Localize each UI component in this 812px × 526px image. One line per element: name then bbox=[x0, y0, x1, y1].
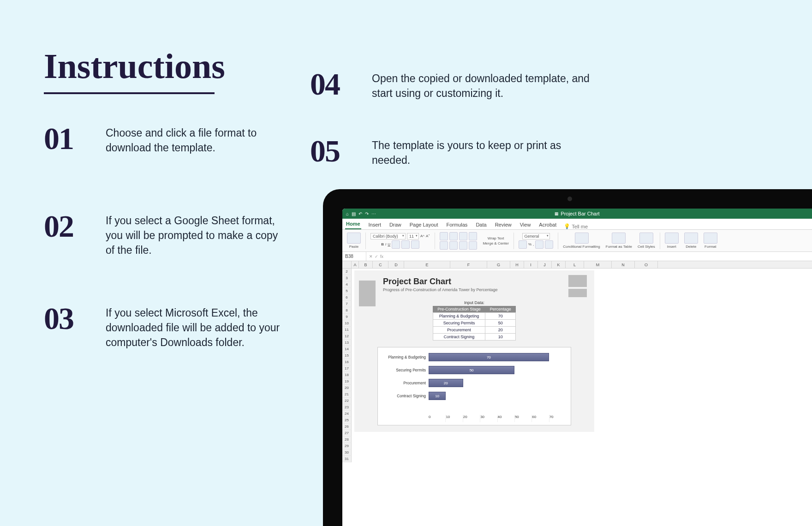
ribbon-tab-data: Data bbox=[475, 220, 487, 229]
row-header: 18 bbox=[342, 372, 352, 378]
col-header: I bbox=[524, 261, 538, 268]
insert-cells-icon bbox=[665, 233, 679, 244]
input-data-table: Pre-Construction StagePercentage Plannin… bbox=[433, 306, 516, 341]
row-header: 16 bbox=[342, 359, 352, 365]
step-text: The template is yours to keep or print a… bbox=[372, 135, 598, 167]
x-tick: 10 bbox=[445, 415, 462, 422]
bar-label: Securing Permits bbox=[380, 368, 426, 372]
comma-icon: , bbox=[533, 242, 534, 246]
merge-center-label: Merge & Center bbox=[483, 241, 508, 245]
format-table-group: Format as Table bbox=[604, 233, 634, 249]
row-header: 29 bbox=[342, 443, 352, 449]
increase-font-icon: A^ bbox=[420, 234, 424, 238]
decrease-font-icon: A˅ bbox=[426, 234, 430, 238]
row-header: 28 bbox=[342, 436, 352, 443]
row-header: 8 bbox=[342, 307, 352, 314]
x-tick: 40 bbox=[497, 415, 514, 422]
quick-access-toolbar: ⌂ ▤ ↶ ↷ ⋯ bbox=[346, 211, 376, 216]
step-number: 01 bbox=[44, 123, 95, 154]
step-text: If you select a Google Sheet format, you… bbox=[106, 210, 281, 258]
bar-label: Procurement bbox=[380, 381, 426, 385]
table-header-stage: Pre-Construction Stage bbox=[433, 306, 485, 313]
align-right-icon bbox=[459, 241, 467, 250]
font-size-select: 11 bbox=[407, 233, 419, 239]
col-header: F bbox=[450, 261, 487, 268]
doc-subtitle: Progress of Pre-Construction of Amerida … bbox=[383, 287, 587, 292]
step-text: If you select Microsoft Excel, the downl… bbox=[106, 303, 281, 350]
column-headers: ABCDEFGHIJKLMNO bbox=[342, 261, 812, 269]
x-axis: 010203040506070 bbox=[429, 415, 566, 422]
save-icon: ▤ bbox=[352, 211, 356, 216]
x-tick: 30 bbox=[480, 415, 497, 422]
row-header: 5 bbox=[342, 288, 352, 294]
font-color-icon bbox=[411, 240, 419, 249]
doc-title: Project Bar Chart bbox=[383, 277, 587, 287]
row-headers: 2345678910111213141516171819202122232425… bbox=[342, 269, 352, 462]
ribbon-tab-formulas: Formulas bbox=[446, 220, 469, 229]
step-number: 03 bbox=[44, 303, 95, 334]
bar-label: Contract Signing bbox=[380, 394, 426, 398]
x-tick: 0 bbox=[429, 415, 445, 422]
step-02: 02 If you select a Google Sheet format, … bbox=[44, 210, 281, 258]
bar: 70 bbox=[429, 353, 549, 361]
cell-stage: Procurement bbox=[433, 327, 485, 334]
number-group: General % , bbox=[517, 233, 555, 249]
row-header: 30 bbox=[342, 449, 352, 456]
cell-value: 20 bbox=[485, 327, 516, 334]
wrap-text-label: Wrap Text bbox=[488, 236, 504, 240]
row-header: 14 bbox=[342, 346, 352, 353]
laptop-camera-dot bbox=[567, 197, 572, 201]
format-table-icon bbox=[612, 233, 626, 244]
ribbon-tab-page-layout: Page Layout bbox=[409, 220, 439, 229]
align-center-icon bbox=[449, 241, 458, 250]
table-row: Planning & Budgeting70 bbox=[433, 313, 516, 320]
row-header: 11 bbox=[342, 327, 352, 333]
more-icon: ⋯ bbox=[371, 211, 376, 216]
font-name-select: Calibri (Body) bbox=[370, 233, 406, 239]
table-row: Contract Signing10 bbox=[433, 334, 516, 341]
laptop-mockup: ⌂ ▤ ↶ ↷ ⋯ Project Bar Chart HomeInsertDr… bbox=[323, 189, 812, 526]
sheet-body: Project Bar Chart Progress of Pre-Constr… bbox=[352, 269, 812, 526]
x-tick: 50 bbox=[514, 415, 531, 422]
dec-decimal-icon bbox=[545, 240, 553, 249]
decorative-block bbox=[568, 275, 587, 287]
col-header: C bbox=[373, 261, 388, 268]
underline-icon: U bbox=[388, 242, 390, 246]
formula-bar: B38 ✕✓fx bbox=[342, 252, 812, 261]
cell-value: 50 bbox=[485, 320, 516, 327]
row-header: 10 bbox=[342, 320, 352, 327]
row-header: 26 bbox=[342, 424, 352, 430]
delete-cells-icon bbox=[684, 233, 698, 244]
col-header: O bbox=[635, 261, 658, 268]
row-header: 15 bbox=[342, 353, 352, 359]
bar: 20 bbox=[429, 379, 463, 387]
step-05: 05 The template is yours to keep or prin… bbox=[310, 135, 598, 167]
step-number: 04 bbox=[310, 68, 361, 100]
bar-row: Securing Permits50 bbox=[429, 365, 566, 375]
border-icon bbox=[392, 240, 400, 249]
ribbon-tab-acrobat: Acrobat bbox=[538, 220, 557, 229]
percent-icon: % bbox=[528, 242, 531, 246]
col-header: G bbox=[487, 261, 510, 268]
cond-format-group: Conditional Formatting bbox=[561, 233, 602, 249]
step-number: 05 bbox=[310, 135, 361, 167]
bar-row: Contract Signing10 bbox=[429, 391, 566, 401]
align-left-icon bbox=[440, 241, 448, 250]
font-group: Calibri (Body) 11 A^ A˅ B I U bbox=[369, 233, 432, 249]
format-table-label: Format as Table bbox=[606, 245, 632, 249]
redo-icon: ↷ bbox=[365, 211, 369, 216]
tell-me: 💡Tell me bbox=[564, 223, 588, 229]
step-01: 01 Choose and click a file format to dow… bbox=[44, 123, 281, 155]
step-number: 02 bbox=[44, 210, 95, 242]
x-tick: 70 bbox=[549, 415, 566, 422]
bar-value: 20 bbox=[444, 381, 448, 385]
col-header: N bbox=[612, 261, 635, 268]
row-header: 20 bbox=[342, 385, 352, 391]
row-header: 9 bbox=[342, 314, 352, 320]
col-header: D bbox=[388, 261, 404, 268]
table-header-pct: Percentage bbox=[485, 306, 516, 313]
x-tick: 60 bbox=[531, 415, 549, 422]
col-header: K bbox=[552, 261, 566, 268]
col-header: H bbox=[510, 261, 524, 268]
row-header: 17 bbox=[342, 365, 352, 372]
